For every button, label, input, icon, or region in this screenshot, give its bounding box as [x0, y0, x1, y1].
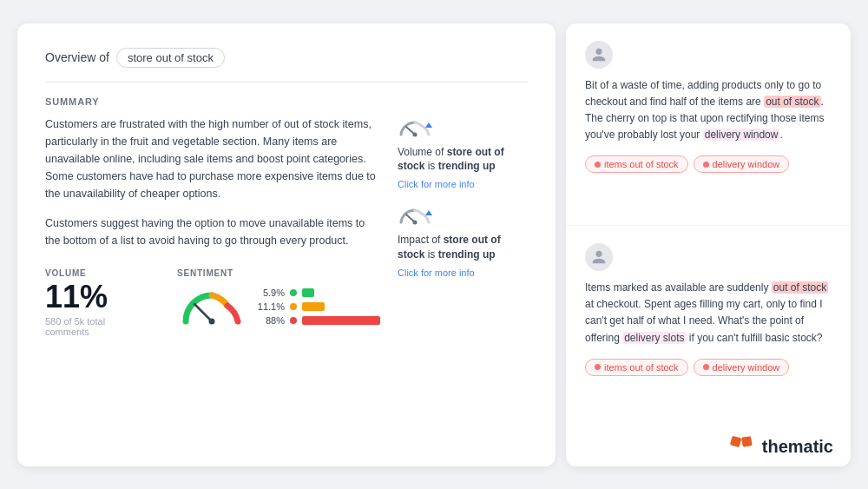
user-icon-1: [591, 47, 607, 63]
svg-rect-9: [741, 436, 753, 447]
tag-items-out-of-stock-1: items out of stock: [585, 155, 688, 173]
logo-bar: thematic: [566, 428, 851, 466]
tag-dot-2b: [703, 364, 709, 370]
thematic-logo-icon: [727, 433, 755, 461]
highlight-delivery-window-1: delivery window: [703, 129, 780, 141]
user-icon-2: [591, 249, 607, 265]
impact-click-more[interactable]: Click for more info: [398, 268, 528, 278]
volume-trending-text: Volume of store out of stock is trending…: [398, 145, 528, 175]
dot-positive: [290, 289, 297, 296]
comment-card-1: Bit of a waste of time, adding products …: [566, 23, 851, 226]
bar-row-negative: 88%: [255, 315, 380, 326]
topic-tag: store out of stock: [116, 48, 225, 68]
tag-dot-1a: [595, 162, 601, 168]
comments-area: Bit of a waste of time, adding products …: [566, 23, 851, 428]
volume-click-more[interactable]: Click for more info: [398, 179, 528, 189]
thematic-logo: thematic: [727, 433, 833, 461]
volume-sub: 580 of 5k total comments: [45, 316, 142, 337]
comment-text-2: Items marked as available are suddenly o…: [585, 280, 832, 347]
summary-paragraph-1: Customers are frustrated with the high n…: [45, 116, 380, 202]
avatar-1: [585, 41, 613, 69]
volume-icon-row: [398, 116, 528, 140]
impact-trending-card: Impact of store out of stock is trending…: [398, 203, 528, 278]
svg-marker-7: [425, 210, 432, 215]
main-content: Customers are frustrated with the high n…: [45, 116, 528, 442]
tag-delivery-window-1: delivery window: [694, 155, 790, 173]
trending-cards: Volume of store out of stock is trending…: [398, 116, 528, 442]
stats-row: VOLUME 11% 580 of 5k total comments SENT…: [45, 268, 380, 337]
bar-fill-positive: [302, 288, 314, 297]
svg-line-0: [194, 304, 212, 321]
impact-trending-text: Impact of store out of stock is trending…: [398, 233, 528, 262]
overview-label: Overview of: [45, 50, 109, 64]
tags-row-2: items out of stock delivery window: [585, 359, 832, 376]
bar-row-positive: 5.9%: [255, 287, 380, 298]
tag-items-out-of-stock-2: items out of stock: [585, 359, 688, 376]
volume-block: VOLUME 11% 580 of 5k total comments: [45, 268, 142, 337]
bar-pct-negative: 88%: [255, 315, 285, 326]
tag-dot-2a: [595, 364, 601, 370]
impact-icon-row: [398, 203, 528, 228]
avatar-row-2: [585, 243, 832, 271]
comment-text-1: Bit of a waste of time, adding products …: [585, 77, 832, 144]
tags-row-1: items out of stock delivery window: [585, 155, 832, 173]
bar-pct-positive: 5.9%: [255, 287, 285, 298]
comment-card-2: Items marked as available are suddenly o…: [566, 225, 851, 428]
gauge-up-icon-volume: [398, 116, 436, 140]
gauge-chart: [177, 285, 247, 328]
left-content: Customers are frustrated with the high n…: [45, 116, 380, 442]
sentiment-label: SENTIMENT: [177, 268, 380, 278]
svg-point-3: [413, 132, 418, 136]
avatar-row-1: [585, 41, 832, 69]
left-panel: Overview of store out of stock SUMMARY C…: [17, 23, 556, 466]
bar-pct-neutral: 11.1%: [255, 301, 285, 312]
sentiment-block: SENTIMENT: [177, 268, 380, 337]
svg-rect-8: [730, 435, 741, 446]
tag-delivery-window-2: delivery window: [694, 359, 790, 376]
avatar-2: [585, 243, 613, 271]
summary-label: SUMMARY: [45, 96, 528, 107]
bar-fill-neutral: [302, 302, 325, 311]
highlight-out-of-stock-2: out of stock: [772, 281, 828, 294]
thematic-logo-text: thematic: [762, 437, 833, 457]
highlight-out-of-stock-1: out of stock: [764, 96, 820, 108]
right-panel: Bit of a waste of time, adding products …: [566, 23, 851, 466]
gauge-up-icon-impact: [398, 203, 436, 228]
highlight-delivery-slots-2: delivery slots: [622, 332, 686, 344]
svg-point-1: [209, 318, 215, 324]
sentiment-bars: 5.9% 11.1%: [255, 287, 380, 326]
overview-header: Overview of store out of stock: [45, 48, 528, 83]
svg-point-6: [413, 221, 418, 225]
volume-value: 11%: [45, 281, 142, 313]
dot-negative: [290, 317, 297, 324]
tag-dot-1b: [703, 162, 709, 168]
dot-neutral: [290, 303, 297, 310]
svg-marker-4: [425, 122, 432, 128]
volume-trending-card: Volume of store out of stock is trending…: [398, 116, 528, 190]
volume-label: VOLUME: [45, 268, 142, 278]
bar-fill-negative: [302, 316, 380, 325]
bar-row-neutral: 11.1%: [255, 301, 380, 312]
summary-paragraph-2: Customers suggest having the option to m…: [45, 215, 380, 249]
